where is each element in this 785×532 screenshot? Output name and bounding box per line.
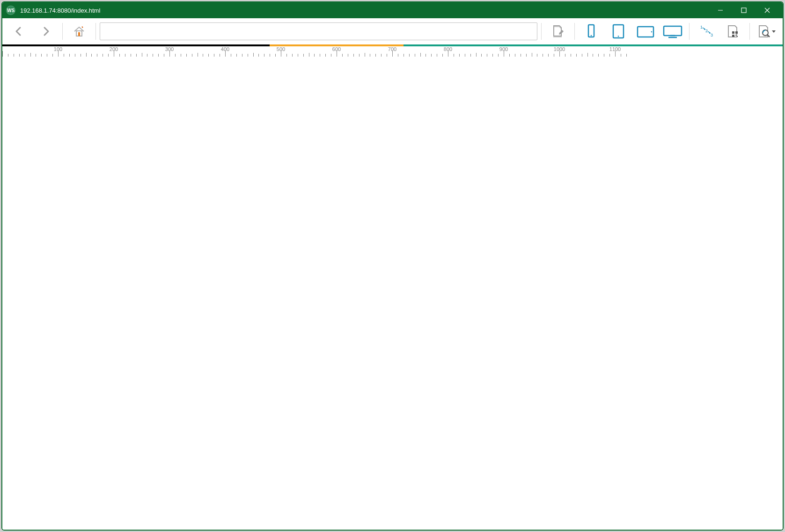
ruler: 10020030040050060070080090010001100 <box>2 46 783 58</box>
ruler-tick <box>526 54 527 57</box>
maximize-button[interactable] <box>732 2 756 18</box>
ruler-tick <box>258 54 259 57</box>
zoom-dropdown[interactable] <box>754 21 779 42</box>
svg-rect-21 <box>732 31 734 34</box>
minimize-icon <box>717 7 724 14</box>
ruler-tick <box>208 54 209 57</box>
ruler-label: 100 <box>54 46 62 52</box>
maximize-icon <box>741 7 747 14</box>
ruler-tick <box>487 54 487 57</box>
ruler-tick <box>509 54 510 57</box>
ruler-tick <box>292 54 293 57</box>
device-phone-icon <box>584 23 598 39</box>
ruler-tick <box>465 54 465 57</box>
zoom-icon <box>757 24 771 38</box>
ruler-tick <box>142 53 142 57</box>
svg-text:1: 1 <box>700 25 703 29</box>
url-input[interactable] <box>100 22 537 40</box>
device-phone-button[interactable] <box>579 21 604 42</box>
ruler-tick <box>41 54 42 57</box>
ruler-tick <box>198 53 198 57</box>
ruler-tick <box>426 54 426 57</box>
ruler-label: 200 <box>110 46 118 52</box>
ruler-tick <box>521 54 521 57</box>
ruler-tick <box>365 53 365 57</box>
toolbar-separator <box>95 23 96 40</box>
svg-text:2: 2 <box>705 29 708 33</box>
svg-rect-24 <box>735 35 736 36</box>
ruler-tick <box>164 54 164 57</box>
ruler-tick <box>97 54 97 57</box>
ruler-tick <box>476 53 477 57</box>
toolbar: 1 2 3 <box>2 18 783 44</box>
forward-button[interactable] <box>33 21 59 42</box>
chevron-left-icon <box>14 26 24 36</box>
ruler-tick <box>609 54 610 57</box>
ruler-tick <box>303 54 304 57</box>
ruler-tick <box>309 53 309 57</box>
steps-button[interactable]: 1 2 3 <box>693 21 719 42</box>
page-qr-icon <box>726 24 740 38</box>
toolbar-separator <box>541 23 542 40</box>
ruler-tick <box>75 54 75 57</box>
ruler-tick <box>91 54 92 57</box>
ruler-tick <box>153 54 153 57</box>
ruler-tick <box>203 54 203 57</box>
home-button[interactable] <box>66 21 92 42</box>
svg-point-10 <box>618 36 619 37</box>
ruler-tick <box>437 54 437 57</box>
ruler-label: 800 <box>444 46 452 52</box>
device-desktop-icon <box>662 23 683 39</box>
ruler-tick <box>381 54 381 57</box>
ruler-tick <box>47 54 47 57</box>
ruler-label: 1100 <box>609 46 621 52</box>
ruler-tick <box>186 54 187 57</box>
toolbar-separator <box>689 23 690 40</box>
ruler-tick <box>470 54 471 57</box>
ruler-tick <box>125 54 125 57</box>
ruler-tick <box>236 54 237 57</box>
toolbar-separator <box>574 23 575 40</box>
device-tablet-button[interactable] <box>606 21 631 42</box>
ruler-tick <box>498 54 499 57</box>
ruler-tick <box>131 54 131 57</box>
device-tablet-landscape-button[interactable] <box>633 21 658 42</box>
ruler-tick <box>532 53 532 57</box>
close-icon <box>764 7 770 14</box>
ruler-tick <box>370 54 370 57</box>
ruler-tick <box>253 53 254 57</box>
svg-point-12 <box>651 31 653 33</box>
ruler-tick <box>492 54 493 57</box>
ruler-tick <box>375 54 376 57</box>
ruler-tick <box>286 54 287 57</box>
ruler-tick <box>409 54 410 57</box>
edit-page-icon <box>551 24 565 38</box>
ruler-tick <box>8 54 8 57</box>
close-button[interactable] <box>756 2 779 18</box>
svg-rect-22 <box>735 31 738 34</box>
ruler-tick <box>214 54 214 57</box>
minimize-button[interactable] <box>709 2 732 18</box>
ruler-tick <box>576 54 577 57</box>
ruler-tick <box>404 54 404 57</box>
ruler-tick <box>275 54 276 57</box>
device-tablet-icon <box>610 23 626 39</box>
ruler-tick <box>14 54 14 57</box>
back-button[interactable] <box>6 21 31 42</box>
edit-page-button[interactable] <box>545 21 571 42</box>
ruler-tick <box>415 54 415 57</box>
ruler-tick <box>314 54 315 57</box>
ruler-tick <box>2 51 3 57</box>
device-desktop-button[interactable] <box>660 21 685 42</box>
window-title: 192.168.1.74:8080/index.html <box>20 7 709 14</box>
page-content <box>2 58 783 530</box>
ruler-tick <box>81 54 81 57</box>
page-qr-button[interactable] <box>720 21 746 42</box>
ruler-tick <box>325 54 326 57</box>
ruler-label: 700 <box>388 46 396 52</box>
ruler-tick <box>342 54 343 57</box>
ruler-tick <box>515 54 515 57</box>
ruler-tick <box>537 54 537 57</box>
ruler-tick <box>459 54 460 57</box>
ruler-tick <box>571 54 571 57</box>
